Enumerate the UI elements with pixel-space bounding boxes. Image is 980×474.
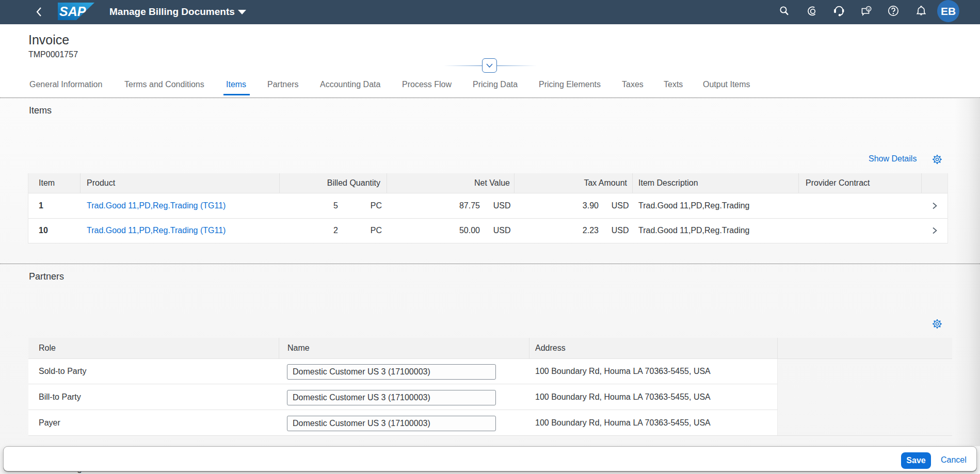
svg-text:SAP: SAP (59, 4, 86, 19)
